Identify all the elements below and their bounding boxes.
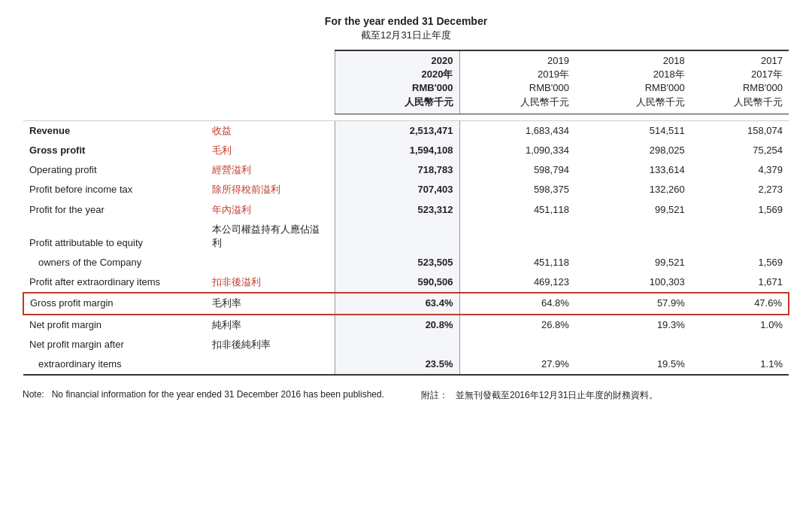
table-header-subtitle: 截至12月31日止年度 [23, 29, 789, 42]
row-val-2020 [335, 335, 459, 354]
row-val-2018: 19.5% [575, 354, 691, 375]
row-label-zh: 毛利率 [206, 293, 335, 314]
note-text-zh: 並無刊發截至2016年12月31日止年度的財務資料。 [456, 390, 658, 400]
table-row: Profit after extraordinary items 扣非後溢利 5… [23, 272, 789, 293]
row-val-2017: 75,254 [691, 141, 789, 160]
empty-header-en [23, 50, 206, 114]
row-val-2017 [691, 220, 789, 253]
row-val-2018: 57.9% [575, 293, 691, 314]
y2017-l3: RMB'000 [697, 81, 783, 95]
row-val-2017: 1,569 [691, 200, 789, 220]
header-2017: 2017 2017年 RMB'000 人民幣千元 [691, 50, 789, 114]
y2020-l3: RMB'000 [341, 81, 453, 95]
row-val-2019 [459, 335, 575, 354]
note-text-en: No financial information for the year en… [52, 389, 384, 400]
y2018-l1: 2018 [581, 54, 685, 68]
y2019-l3: RMB'000 [466, 81, 569, 95]
row-label-en: Profit for the year [23, 200, 206, 220]
title-en: For the year ended 31 December [325, 15, 487, 27]
row-label-zh: 純利率 [206, 315, 335, 335]
row-val-2020: 23.5% [335, 354, 459, 375]
row-val-2019: 598,375 [459, 180, 575, 199]
table-row: Operating profit 經營溢利 718,783 598,794 13… [23, 160, 789, 180]
row-val-2019: 26.8% [459, 315, 575, 335]
y2020-l1: 2020 [341, 54, 453, 68]
row-val-2019: 451,118 [459, 253, 575, 272]
row-label-en: Profit attributable to equity [23, 220, 206, 253]
row-val-2017: 47.6% [691, 293, 789, 314]
row-label-zh: 扣非後純利率 [206, 335, 335, 354]
note-label: Note: [23, 389, 44, 400]
y2019-l2: 2019年 [466, 68, 569, 81]
row-val-2020: 523,312 [335, 200, 459, 220]
row-label-zh: 本公司權益持有人應佔溢利 [206, 220, 335, 253]
header-2019: 2019 2019年 RMB'000 人民幣千元 [459, 50, 575, 114]
row-val-2020: 2,513,471 [335, 120, 459, 141]
row-label-en: Net profit margin after [23, 335, 206, 354]
row-val-2017: 1,671 [691, 272, 789, 293]
y2019-l1: 2019 [466, 54, 569, 68]
note-section: Note: No financial information for the y… [23, 389, 789, 402]
column-header-row: 2020 2020年 RMB'000 人民幣千元 2019 2019年 RMB'… [23, 50, 789, 114]
row-val-2019: 64.8% [459, 293, 575, 314]
table-row-continued: extraordinary items 23.5% 27.9% 19.5% 1.… [23, 354, 789, 375]
y2019-l4: 人民幣千元 [466, 96, 569, 109]
row-val-2018: 514,511 [575, 120, 691, 141]
row-val-2018: 19.3% [575, 315, 691, 335]
y2020-l2: 2020年 [341, 68, 453, 81]
empty-header-zh [206, 50, 335, 114]
row-label-en-cont: owners of the Company [23, 253, 206, 272]
y2018-l2: 2018年 [581, 68, 685, 81]
row-label-en: Profit before income tax [23, 180, 206, 199]
row-label-zh: 扣非後溢利 [206, 272, 335, 293]
header-2020: 2020 2020年 RMB'000 人民幣千元 [335, 50, 459, 114]
row-val-2017: 158,074 [691, 120, 789, 141]
y2017-l2: 2017年 [697, 68, 783, 81]
row-val-2019 [459, 220, 575, 253]
y2018-l4: 人民幣千元 [581, 96, 685, 109]
table-row: Net profit margin 純利率 20.8% 26.8% 19.3% … [23, 315, 789, 335]
row-val-2018: 99,521 [575, 253, 691, 272]
row-label-en: Gross profit margin [23, 293, 206, 314]
row-label-en-cont: extraordinary items [23, 354, 206, 375]
row-val-2019: 1,090,334 [459, 141, 575, 160]
row-val-2019: 469,123 [459, 272, 575, 293]
row-val-2020: 707,403 [335, 180, 459, 199]
row-val-2017 [691, 335, 789, 354]
table-row: Gross profit 毛利 1,594,108 1,090,334 298,… [23, 141, 789, 160]
y2020-l4: 人民幣千元 [341, 96, 453, 109]
note-label-zh: 附註： [421, 390, 448, 400]
row-label-en: Revenue [23, 120, 206, 141]
row-val-2019: 451,118 [459, 200, 575, 220]
row-label-zh: 收益 [206, 120, 335, 141]
row-label-en: Profit after extraordinary items [23, 272, 206, 293]
row-val-2017: 1.0% [691, 315, 789, 335]
row-label-zh-cont [206, 253, 335, 272]
row-val-2017: 1,569 [691, 253, 789, 272]
y2017-l1: 2017 [697, 54, 783, 68]
row-val-2018: 133,614 [575, 160, 691, 180]
row-val-2017: 4,379 [691, 160, 789, 180]
table-row: Revenue 收益 2,513,471 1,683,434 514,511 1… [23, 120, 789, 141]
row-val-2019: 27.9% [459, 354, 575, 375]
row-val-2020: 718,783 [335, 160, 459, 180]
row-label-zh: 除所得稅前溢利 [206, 180, 335, 199]
row-val-2019: 1,683,434 [459, 120, 575, 141]
row-val-2018: 99,521 [575, 200, 691, 220]
row-label-zh: 年內溢利 [206, 200, 335, 220]
row-val-2020: 63.4% [335, 293, 459, 314]
y2018-l3: RMB'000 [581, 81, 685, 95]
note-left: Note: No financial information for the y… [23, 389, 391, 402]
y2017-l4: 人民幣千元 [697, 96, 783, 109]
row-val-2019: 598,794 [459, 160, 575, 180]
row-val-2018: 132,260 [575, 180, 691, 199]
page-wrapper: For the year ended 31 December 截至12月31日止… [23, 15, 789, 402]
row-val-2018: 100,303 [575, 272, 691, 293]
table-row: Gross profit margin 毛利率 63.4% 64.8% 57.9… [23, 293, 789, 314]
table-row: Profit before income tax 除所得稅前溢利 707,403… [23, 180, 789, 199]
table-header-title: For the year ended 31 December [23, 15, 789, 27]
table-row: Profit for the year 年內溢利 523,312 451,118… [23, 200, 789, 220]
row-label-zh: 毛利 [206, 141, 335, 160]
financial-table: 2020 2020年 RMB'000 人民幣千元 2019 2019年 RMB'… [23, 50, 789, 376]
row-val-2018: 298,025 [575, 141, 691, 160]
